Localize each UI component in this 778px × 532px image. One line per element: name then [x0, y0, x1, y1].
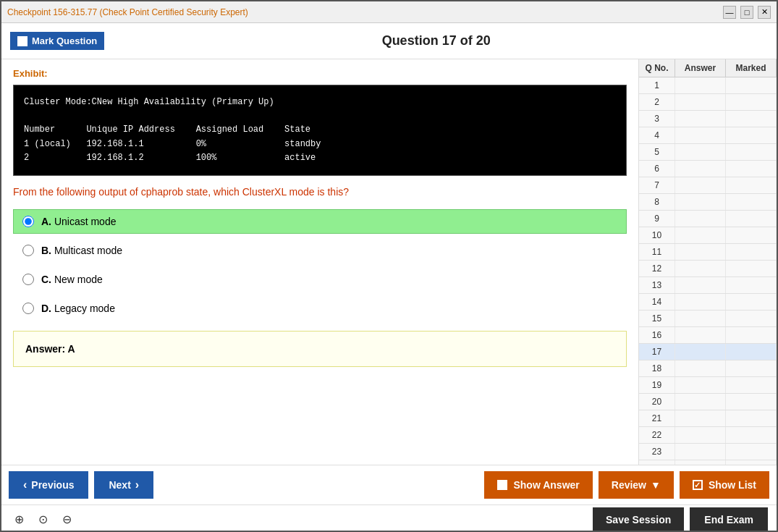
- terminal-exhibit: Cluster Mode:CNew High Availability (Pri…: [13, 85, 627, 176]
- option-d[interactable]: D. Legacy mode: [13, 296, 627, 321]
- qlist-row-19[interactable]: 19: [639, 377, 777, 394]
- qlist-col-num: Q No.: [639, 59, 675, 77]
- close-button[interactable]: ✕: [758, 6, 771, 19]
- qlist-row-2[interactable]: 2: [639, 94, 777, 111]
- qlist-row-answer: [675, 161, 726, 177]
- qlist-row-num: 21: [639, 410, 675, 426]
- qlist-row-marked: [726, 427, 777, 443]
- zoom-reset-button[interactable]: ⊙: [34, 510, 52, 528]
- end-exam-label: End Exam: [704, 514, 753, 525]
- qlist-row-num: 22: [639, 427, 675, 443]
- qlist-row-marked: [726, 444, 777, 460]
- qlist-row-marked: [726, 394, 777, 410]
- qlist-row-marked: [726, 227, 777, 243]
- qlist-row-23[interactable]: 23: [639, 444, 777, 460]
- qlist-row-num: 17: [639, 344, 675, 360]
- qlist-row-num: 7: [639, 177, 675, 193]
- save-session-button[interactable]: Save Session: [593, 507, 684, 532]
- option-d-radio[interactable]: [22, 303, 34, 314]
- qlist-row-marked: [726, 244, 777, 260]
- option-b-radio[interactable]: [22, 245, 34, 256]
- option-c-radio[interactable]: [22, 274, 34, 285]
- qlist-row-answer: [675, 144, 726, 160]
- qlist-row-20[interactable]: 20: [639, 394, 777, 410]
- qlist-row-15[interactable]: 15: [639, 311, 777, 327]
- qlist-row-marked: [726, 261, 777, 276]
- qlist-row-marked: [726, 94, 777, 110]
- option-c-text: C. New mode: [41, 274, 103, 285]
- qlist-row-6[interactable]: 6: [639, 161, 777, 177]
- save-session-label: Save Session: [606, 514, 671, 525]
- qlist-row-4[interactable]: 4: [639, 127, 777, 144]
- show-list-button[interactable]: Show List: [680, 471, 769, 499]
- qlist-row-marked: [726, 344, 777, 360]
- qlist-row-num: 15: [639, 311, 675, 326]
- next-label: Next: [109, 479, 130, 491]
- answer-box: Answer: A: [13, 331, 627, 367]
- show-list-checkbox-icon: [693, 480, 703, 490]
- zoom-out-button[interactable]: ⊖: [58, 510, 76, 528]
- qlist-row-answer: [675, 277, 726, 293]
- qlist-row-18[interactable]: 18: [639, 360, 777, 377]
- qlist-row-22[interactable]: 22: [639, 427, 777, 444]
- options-list: A. Unicast mode B. Multicast mode C. New…: [13, 209, 627, 321]
- qlist-row-12[interactable]: 12: [639, 261, 777, 277]
- qlist-row-num: 3: [639, 111, 675, 127]
- option-c[interactable]: C. New mode: [13, 267, 627, 292]
- minimize-button[interactable]: —: [723, 6, 736, 19]
- qlist-row-marked: [726, 410, 777, 426]
- qlist-row-num: 9: [639, 211, 675, 227]
- qlist-row-marked: [726, 177, 777, 193]
- qlist-row-answer: [675, 111, 726, 127]
- previous-button[interactable]: ‹ Previous: [9, 471, 88, 499]
- title-bar: Checkpoint 156-315.77 (Check Point Certi…: [1, 1, 777, 23]
- terminal-line-2: Number Unique IP Address Assigned Load S…: [24, 123, 616, 137]
- qlist-row-5[interactable]: 5: [639, 144, 777, 161]
- show-answer-button[interactable]: Show Answer: [484, 471, 592, 499]
- show-answer-checkbox-icon: [497, 480, 507, 490]
- qlist-row-num: 14: [639, 294, 675, 310]
- qlist-row-num: 1: [639, 77, 675, 93]
- option-a[interactable]: A. Unicast mode: [13, 209, 627, 234]
- qlist-row-11[interactable]: 11: [639, 244, 777, 261]
- maximize-button[interactable]: □: [740, 6, 753, 19]
- footer-bar: ⊕ ⊙ ⊖ Save Session End Exam: [1, 504, 777, 532]
- qlist-row-14[interactable]: 14: [639, 294, 777, 311]
- qlist-row-answer: [675, 377, 726, 393]
- qlist-row-17[interactable]: 17: [639, 344, 777, 360]
- question-list-panel[interactable]: Q No. Answer Marked 12345678910111213141…: [639, 59, 777, 465]
- qlist-row-marked: [726, 360, 777, 376]
- mark-question-button[interactable]: Mark Question: [10, 32, 104, 50]
- zoom-reset-icon: ⊙: [38, 513, 48, 525]
- qlist-row-24[interactable]: 24: [639, 460, 777, 465]
- show-list-label: Show List: [709, 479, 756, 491]
- next-button[interactable]: Next ›: [94, 471, 153, 499]
- bottom-buttons: ‹ Previous Next › Show Answer Review ▼ S…: [1, 465, 777, 504]
- previous-label: Previous: [31, 479, 74, 491]
- qlist-row-8[interactable]: 8: [639, 194, 777, 211]
- qlist-row-answer: [675, 194, 726, 210]
- qlist-row-answer: [675, 427, 726, 443]
- qlist-row-marked: [726, 144, 777, 160]
- qlist-row-7[interactable]: 7: [639, 177, 777, 194]
- qlist-row-answer: [675, 244, 726, 260]
- qlist-row-10[interactable]: 10: [639, 227, 777, 244]
- zoom-in-button[interactable]: ⊕: [10, 510, 28, 528]
- qlist-row-num: 5: [639, 144, 675, 160]
- qlist-row-1[interactable]: 1: [639, 77, 777, 94]
- end-exam-button[interactable]: End Exam: [690, 507, 768, 532]
- qlist-row-marked: [726, 127, 777, 143]
- review-button[interactable]: Review ▼: [599, 471, 674, 499]
- qlist-row-13[interactable]: 13: [639, 277, 777, 294]
- qlist-row-num: 2: [639, 94, 675, 110]
- qlist-row-9[interactable]: 9: [639, 211, 777, 227]
- qlist-row-num: 19: [639, 377, 675, 393]
- qlist-row-answer: [675, 261, 726, 276]
- option-b[interactable]: B. Multicast mode: [13, 238, 627, 263]
- qlist-row-21[interactable]: 21: [639, 410, 777, 427]
- qlist-row-marked: [726, 277, 777, 293]
- option-a-radio[interactable]: [22, 216, 34, 227]
- qlist-row-3[interactable]: 3: [639, 111, 777, 127]
- qlist-row-marked: [726, 77, 777, 93]
- qlist-row-16[interactable]: 16: [639, 327, 777, 344]
